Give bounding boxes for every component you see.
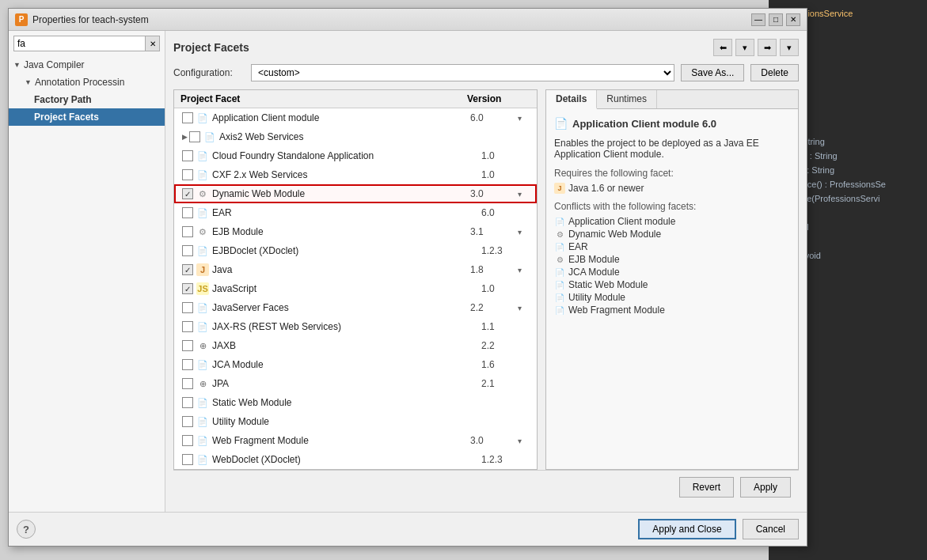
apply-button[interactable]: Apply <box>740 477 791 498</box>
facet-name: Application Client module <box>212 112 470 123</box>
facet-checkbox[interactable] <box>189 131 200 142</box>
facet-version: 2.1 <box>481 378 529 389</box>
conflict-app-client: 📄 Application Client module <box>554 215 790 228</box>
facet-row-javascript[interactable]: ✓ JS JavaScript 1.0 <box>174 279 537 298</box>
properties-dialog: P Properties for teach-system — □ ✕ ✕ ▼ … <box>8 8 807 547</box>
facet-row-webdoclet[interactable]: 📄 WebDoclet (XDoclet) 1.2.3 <box>174 450 537 469</box>
col-version-header: Version <box>467 93 530 104</box>
facet-checkbox[interactable] <box>182 359 193 370</box>
facet-name: Static Web Module <box>212 397 481 408</box>
conflict-icon: 📄 <box>554 292 565 303</box>
facet-row-dynamic-web[interactable]: ✓ ⚙ Dynamic Web Module 3.0 ▾ <box>174 184 537 203</box>
facet-row-jpa[interactable]: ⊕ JPA 2.1 <box>174 374 537 393</box>
expand-arrow: ▼ <box>13 58 21 72</box>
facet-checkbox[interactable] <box>182 245 193 256</box>
facet-checkbox[interactable] <box>182 340 193 351</box>
facet-row-utility-module[interactable]: 📄 Utility Module <box>174 412 537 431</box>
maximize-button[interactable]: □ <box>769 13 783 26</box>
tree-item-java-compiler[interactable]: ▼ Java Compiler <box>9 56 165 74</box>
facet-checkbox[interactable] <box>182 454 193 465</box>
tree-item-annotation[interactable]: ▼ Annotation Processin <box>9 74 165 91</box>
facet-row-jsf[interactable]: 📄 JavaServer Faces 2.2 ▾ <box>174 298 537 317</box>
conflict-name: Web Fragment Module <box>568 305 665 316</box>
facet-row-ear[interactable]: 📄 EAR 6.0 <box>174 203 537 222</box>
conflict-icon: 📄 <box>554 216 565 227</box>
facet-name: JPA <box>212 378 481 389</box>
facet-version: 3.0 <box>470 435 518 446</box>
tab-runtimes[interactable]: Runtimes <box>597 90 657 108</box>
facet-name: Web Fragment Module <box>212 435 470 446</box>
close-button[interactable]: ✕ <box>786 13 800 26</box>
facet-checkbox[interactable]: ✓ <box>182 188 193 199</box>
tree-item-label: Annotation Processin <box>35 75 124 89</box>
facet-name: EAR <box>212 207 481 218</box>
facet-row-static-web[interactable]: 📄 Static Web Module <box>174 393 537 412</box>
conflicts-label: Conflicts with the following facets: <box>554 201 790 212</box>
facet-version: 1.0 <box>481 169 529 180</box>
config-select[interactable]: <custom> <box>251 64 674 81</box>
facet-arrow: ▾ <box>518 190 529 199</box>
facet-icon: 📄 <box>196 396 209 409</box>
revert-button[interactable]: Revert <box>679 477 734 498</box>
nav-dropdown-button[interactable]: ▾ <box>735 39 754 56</box>
col-facet-header: Project Facet <box>180 93 467 104</box>
facet-row-axis2[interactable]: ▶ 📄 Axis2 Web Services <box>174 127 537 146</box>
dialog-icon: P <box>15 13 28 26</box>
save-as-button[interactable]: Save As... <box>681 64 744 81</box>
search-clear-button[interactable]: ✕ <box>145 36 159 51</box>
facet-version: 6.0 <box>481 207 529 218</box>
content-area: Project Facet Version 📄 Application Clie… <box>173 89 799 470</box>
conflict-name: Static Web Module <box>568 279 648 290</box>
search-box[interactable]: ✕ <box>13 36 160 51</box>
tree-item-project-facets[interactable]: Project Facets <box>9 108 165 126</box>
facet-arrow: ▾ <box>518 228 529 236</box>
tree-item-factory-path[interactable]: Factory Path <box>9 91 165 108</box>
facet-row-jaxrs[interactable]: 📄 JAX-RS (REST Web Services) 1.1 <box>174 317 537 336</box>
facet-checkbox[interactable] <box>182 416 193 427</box>
facet-row-jaxb[interactable]: ⊕ JAXB 2.2 <box>174 336 537 355</box>
facet-row-jca[interactable]: 📄 JCA Module 1.6 <box>174 355 537 374</box>
facet-row-web-fragment[interactable]: 📄 Web Fragment Module 3.0 ▾ <box>174 431 537 450</box>
facet-checkbox[interactable]: ✓ <box>182 264 193 275</box>
cancel-button[interactable]: Cancel <box>743 519 799 539</box>
conflict-dynamic-web: ⚙ Dynamic Web Module <box>554 228 790 240</box>
conflict-icon: ⚙ <box>554 229 565 240</box>
facet-checkbox[interactable] <box>182 112 193 123</box>
nav-back-button[interactable]: ⬅ <box>713 39 732 56</box>
facet-version: 1.0 <box>481 150 529 161</box>
apply-close-button[interactable]: Apply and Close <box>638 519 735 539</box>
conflict-name: EJB Module <box>568 254 620 265</box>
conflict-name: JCA Module <box>568 267 620 278</box>
facet-checkbox[interactable] <box>182 302 193 313</box>
facet-row-java[interactable]: ✓ J Java 1.8 ▾ <box>174 260 537 279</box>
right-panel: Project Facets ⬅ ▾ ➡ ▾ Configuration: <c… <box>165 31 807 512</box>
tab-details[interactable]: Details <box>546 90 597 109</box>
facet-checkbox[interactable] <box>182 435 193 446</box>
nav-menu-button[interactable]: ▾ <box>780 39 799 56</box>
minimize-button[interactable]: — <box>751 13 766 26</box>
delete-button[interactable]: Delete <box>750 64 799 81</box>
search-input[interactable] <box>14 36 145 51</box>
facet-row-ejb[interactable]: ⚙ EJB Module 3.1 ▾ <box>174 222 537 241</box>
conflict-icon: 📄 <box>554 279 565 290</box>
facet-row-application-client[interactable]: 📄 Application Client module 6.0 ▾ <box>174 108 537 127</box>
facet-row-cxf[interactable]: 📄 CXF 2.x Web Services 1.0 <box>174 165 537 184</box>
facet-row-ejbdoclet[interactable]: 📄 EJBDoclet (XDoclet) 1.2.3 <box>174 241 537 260</box>
facet-arrow: ▾ <box>518 266 529 274</box>
facet-version: 1.1 <box>481 321 529 332</box>
facet-name: Dynamic Web Module <box>212 188 470 199</box>
facet-checkbox[interactable] <box>182 207 193 218</box>
facet-checkbox[interactable] <box>182 321 193 332</box>
tree-item-label: Project Facets <box>34 110 99 124</box>
conflict-utility: 📄 Utility Module <box>554 291 790 304</box>
facet-checkbox[interactable] <box>182 169 193 180</box>
facet-checkbox[interactable] <box>182 226 193 237</box>
action-row: Revert Apply <box>173 470 799 504</box>
nav-forward-button[interactable]: ➡ <box>758 39 777 56</box>
facet-row-cloudfoundry[interactable]: 📄 Cloud Foundry Standalone Application 1… <box>174 146 537 165</box>
facet-checkbox[interactable] <box>182 378 193 389</box>
facet-checkbox[interactable] <box>182 150 193 161</box>
facet-checkbox[interactable]: ✓ <box>182 283 193 294</box>
help-button[interactable]: ? <box>17 520 36 539</box>
facet-checkbox[interactable] <box>182 397 193 408</box>
